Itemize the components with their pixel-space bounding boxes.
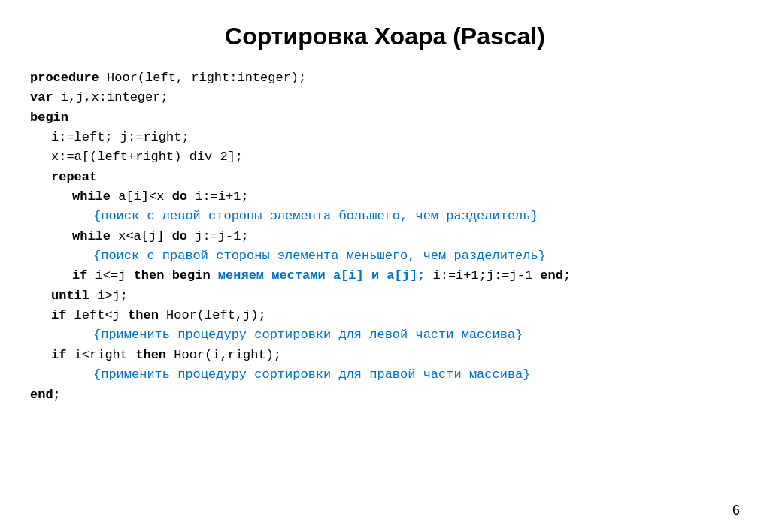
- code-text: i>j;: [97, 289, 128, 303]
- code-text: i<=j: [95, 268, 134, 283]
- page-title: Сортировка Хоара (Pascal): [30, 23, 740, 50]
- code-text: ;: [53, 388, 61, 402]
- code-line-13: if left<j then Hoor(left,j);: [30, 306, 740, 325]
- code-text: ;: [563, 268, 571, 283]
- keyword-procedure: procedure: [30, 71, 107, 85]
- page-number: 6: [732, 503, 740, 518]
- comment-4: {применить процедуру сортировки для прав…: [93, 367, 531, 382]
- code-line-1: procedure Hoor(left, right:integer);: [30, 68, 740, 88]
- code-text: Hoor(i,right);: [174, 348, 281, 362]
- code-line-3: begin: [30, 108, 740, 128]
- swap-text: меняем местами a[i] и a[j];: [218, 268, 425, 283]
- keyword-begin: begin: [30, 110, 68, 125]
- code-line-2: var i,j,x:integer;: [30, 88, 740, 107]
- keyword-do-2: do: [172, 229, 196, 243]
- code-line-14: {применить процедуру сортировки для лево…: [30, 325, 740, 345]
- keyword-if-1: if: [72, 268, 95, 283]
- code-text: left<j: [74, 308, 128, 322]
- code-line-6: repeat: [30, 168, 740, 187]
- code-text: Hoor(left,j);: [166, 308, 266, 322]
- code-text: j:=j-1;: [195, 229, 248, 243]
- keyword-while-1: while: [72, 189, 118, 204]
- keyword-then-3: then: [135, 348, 174, 362]
- code-line-4: i:=left; j:=right;: [30, 128, 740, 147]
- code-block: procedure Hoor(left, right:integer); var…: [30, 68, 740, 405]
- code-line-17: end;: [30, 385, 740, 405]
- keyword-repeat: repeat: [51, 170, 97, 184]
- code-text: i:=i+1;j:=j-1: [425, 268, 540, 283]
- keyword-var: var: [30, 90, 61, 104]
- code-line-15: if i<right then Hoor(i,right);: [30, 346, 740, 365]
- keyword-if-3: if: [51, 348, 74, 362]
- code-line-8: {поиск с левой стороны элемента большего…: [30, 207, 740, 226]
- code-text: x<a[j]: [118, 229, 171, 243]
- code-text: i:=left; j:=right;: [51, 130, 189, 144]
- code-line-5: x:=a[(left+right) div 2];: [30, 147, 740, 167]
- code-line-7: while a[i]<x do i:=i+1;: [30, 187, 740, 207]
- keyword-if-2: if: [51, 308, 74, 322]
- keyword-end-2: end: [540, 268, 563, 283]
- code-text: i:=i+1;: [195, 189, 248, 204]
- keyword-do-1: do: [172, 189, 196, 204]
- page: Сортировка Хоара (Pascal) procedure Hoor…: [0, 0, 770, 532]
- code-line-11: if i<=j then begin меняем местами a[i] и…: [30, 266, 740, 286]
- code-text: x:=a[(left+right) div 2];: [51, 150, 243, 164]
- keyword-until: until: [51, 289, 97, 303]
- code-text: a[i]<x: [118, 189, 171, 204]
- comment-2: {поиск с правой стороны элемента меньшег…: [93, 249, 546, 263]
- keyword-then-2: then: [128, 308, 166, 322]
- code-line-16: {применить процедуру сортировки для прав…: [30, 365, 740, 385]
- keyword-while-2: while: [72, 229, 118, 243]
- comment-1: {поиск с левой стороны элемента большего…: [93, 209, 538, 223]
- code-line-9: while x<a[j] do j:=j-1;: [30, 227, 740, 246]
- keyword-end-main: end: [30, 388, 53, 402]
- code-text: i<right: [74, 348, 136, 362]
- code-line-10: {поиск с правой стороны элемента меньшег…: [30, 246, 740, 266]
- code-text: i,j,x:integer;: [61, 90, 168, 104]
- code-line-12: until i>j;: [30, 286, 740, 306]
- keyword-then-1: then: [134, 268, 172, 283]
- comment-3: {применить процедуру сортировки для лево…: [93, 328, 523, 342]
- code-text: Hoor(left, right:integer);: [107, 71, 306, 85]
- keyword-begin-2: begin: [172, 268, 218, 283]
